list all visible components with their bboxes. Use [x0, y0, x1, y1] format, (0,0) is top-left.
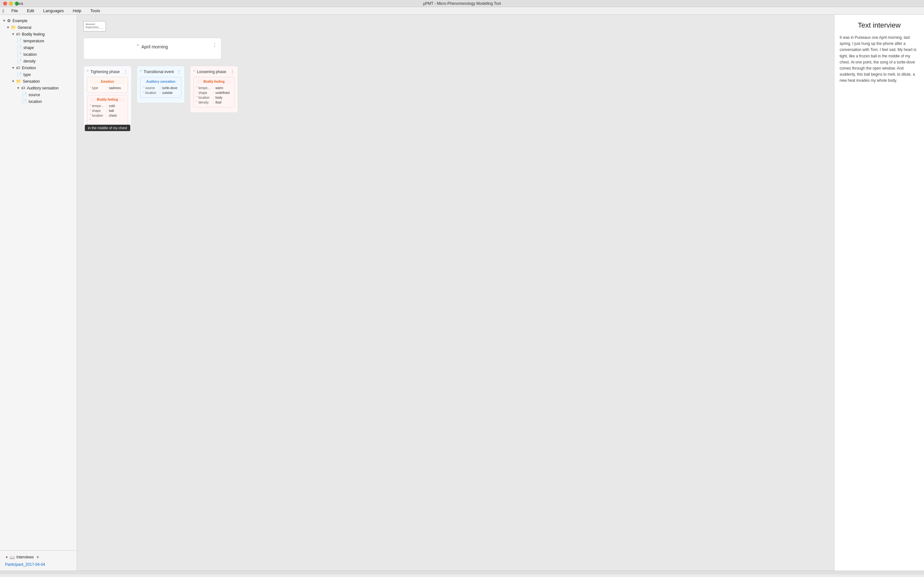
- sidebar-item-emotion[interactable]: ▼ 🏷 Emotion: [0, 64, 77, 71]
- sidebar: ▼ ⚙ Example ▼ 📁 General ▼ 🏷 Bodily feeli…: [0, 15, 77, 571]
- quote-icon: “: [90, 104, 91, 108]
- prop-colon: :: [213, 101, 214, 104]
- sidebar-item-example[interactable]: ▼ ⚙ Example: [0, 17, 77, 24]
- prop-val: ball: [109, 109, 114, 113]
- tightening-bodily-section: Bodily feeling “ tempe... : cold “ shape…: [87, 95, 128, 125]
- transitional-auditory-section: Auditory sensation “ source : turtle-dov…: [140, 77, 181, 98]
- card-header: “ April morning: [90, 43, 215, 50]
- close-button[interactable]: [3, 2, 7, 5]
- sidebar-item-label: type: [23, 73, 31, 77]
- phases-row: “ Tightening phase ⋮ Emotion “ type : sa…: [83, 66, 828, 131]
- canvas-area[interactable]: Moment Experience “ April morning ⋮ “ Ti…: [77, 15, 834, 571]
- loosening-density-row: “ density : fluid: [196, 100, 232, 104]
- sidebar-item-shape[interactable]: 📄 shape: [0, 44, 77, 51]
- sidebar-item-sensation[interactable]: ▼ 📁 Sensation: [0, 78, 77, 85]
- prop-key: type: [92, 86, 105, 90]
- app-name: java: [16, 1, 23, 6]
- apple-icon[interactable]: : [3, 8, 4, 13]
- transitional-event-card: “ Transitional event ⋮ Auditory sensatio…: [137, 66, 185, 103]
- quote-icon: “: [90, 109, 91, 113]
- sidebar-item-label: Sensation: [23, 79, 40, 84]
- loosening-temp-row: “ tempe... : warm: [196, 86, 232, 90]
- sidebar-item-temperature[interactable]: 📄 temperature: [0, 37, 77, 44]
- prop-val: turtle-dove: [162, 86, 177, 90]
- minimize-button[interactable]: [9, 2, 13, 5]
- sidebar-tree: ▼ ⚙ Example ▼ 📁 General ▼ 🏷 Bodily feeli…: [0, 15, 77, 550]
- bodily-temp-row: “ tempe... : cold: [90, 104, 125, 108]
- loosening-location-row: “ location : body: [196, 95, 232, 99]
- tag-icon: 🏷: [21, 85, 25, 90]
- tightening-card-header: “ Tightening phase ⋮: [87, 69, 128, 74]
- quote-icon: “: [196, 95, 198, 99]
- menu-tools[interactable]: Tools: [89, 8, 102, 14]
- loosening-card-header: “ Loosening phase ⋮: [194, 69, 234, 74]
- emotion-section-label: Emotion: [90, 79, 125, 84]
- sidebar-item-label: Example: [13, 19, 27, 23]
- menu-edit[interactable]: Edit: [25, 8, 36, 14]
- sidebar-item-location[interactable]: 📄 location: [0, 51, 77, 58]
- bodily-extra-row: “ in the middle of my chest: [90, 118, 125, 122]
- folder-icon: 📁: [11, 25, 16, 30]
- chevron-down-icon: ▼: [17, 86, 20, 90]
- doc-icon: 📄: [22, 92, 27, 97]
- chevron-down-icon: ▼: [6, 26, 10, 29]
- quote-icon: “: [140, 69, 142, 74]
- bottom-scrollbar[interactable]: [0, 571, 924, 574]
- sidebar-item-label: density: [23, 59, 36, 63]
- bodily-shape-row: “ shape : ball: [90, 109, 125, 113]
- sidebar-item-auditory-location[interactable]: 📄 location: [0, 98, 77, 105]
- bodily-location-row: “ location : chest: [90, 113, 125, 117]
- menu-languages[interactable]: Languages: [41, 8, 65, 14]
- sidebar-item-density[interactable]: 📄 density: [0, 58, 77, 64]
- card-menu-button[interactable]: ⋮: [212, 42, 217, 48]
- quote-icon: “: [143, 86, 144, 90]
- loosening-card-menu[interactable]: ⋮: [230, 69, 234, 74]
- sidebar-item-label: Auditory sensation: [27, 86, 59, 90]
- prop-colon: :: [107, 114, 107, 117]
- prop-key: shape: [199, 91, 212, 95]
- quote-icon: “: [143, 91, 144, 95]
- prop-colon: :: [213, 96, 214, 99]
- doc-icon: 📄: [17, 52, 22, 57]
- tightening-card-title: Tightening phase: [90, 69, 124, 74]
- tag-icon: 🏷: [16, 65, 20, 70]
- prop-val: chest: [109, 114, 116, 117]
- auditory-section-label: Auditory sensation: [143, 79, 178, 84]
- prop-colon: :: [160, 91, 161, 95]
- menu-file[interactable]: File: [9, 8, 20, 14]
- main-layout: ▼ ⚙ Example ▼ 📁 General ▼ 🏷 Bodily feeli…: [0, 15, 924, 571]
- transitional-card-menu[interactable]: ⋮: [177, 69, 181, 74]
- sidebar-item-general[interactable]: ▼ 📁 General: [0, 24, 77, 31]
- interviews-section[interactable]: ▼ 📖 Interviews +: [3, 553, 74, 561]
- loosening-shape-row: “ shape : undefined: [196, 91, 232, 95]
- sidebar-item-bodily-feeling[interactable]: ▼ 🏷 Bodily feeling: [0, 31, 77, 37]
- prop-key: shape: [92, 109, 105, 113]
- auditory-location-row: “ location : outside: [143, 91, 178, 95]
- menu-help[interactable]: Help: [71, 8, 83, 14]
- prop-key: tempe...: [92, 104, 105, 108]
- moment-box[interactable]: Moment Experience: [83, 21, 106, 31]
- quote-icon: “: [90, 118, 91, 122]
- sidebar-item-type[interactable]: 📄 type: [0, 71, 77, 78]
- auditory-source-row: “ source : turtle-dove: [143, 86, 178, 90]
- add-interview-button[interactable]: +: [36, 554, 39, 560]
- quote-icon: “: [194, 69, 195, 74]
- prop-colon: :: [213, 86, 214, 90]
- doc-icon: 📄: [17, 45, 22, 50]
- canvas-inner: Moment Experience “ April morning ⋮ “ Ti…: [77, 15, 834, 571]
- prop-key: source: [145, 86, 158, 90]
- prop-val: sadness: [109, 86, 121, 90]
- sidebar-item-auditory-sensation[interactable]: ▼ 🏷 Auditory sensation: [0, 85, 77, 91]
- loosening-bodily-section: Bodily feeling “ tempe... : warm “ shape…: [194, 77, 234, 107]
- chevron-down-icon: ▼: [11, 79, 15, 83]
- prop-key: location: [145, 91, 158, 95]
- bodily-section-label: Bodily feeling: [90, 97, 125, 102]
- tightening-card-menu[interactable]: ⋮: [124, 69, 128, 74]
- tightening-emotion-section: Emotion “ type : sadness: [87, 77, 128, 93]
- sidebar-item-source[interactable]: 📄 source: [0, 91, 77, 98]
- tightening-phase-card: “ Tightening phase ⋮ Emotion “ type : sa…: [83, 66, 132, 131]
- tooltip: in the middle of my chest: [85, 125, 130, 131]
- sidebar-item-label: Bodily feeling: [22, 32, 45, 37]
- chevron-down-icon: ▼: [11, 32, 15, 36]
- participant-link[interactable]: Participant_2017-04-04: [3, 561, 74, 568]
